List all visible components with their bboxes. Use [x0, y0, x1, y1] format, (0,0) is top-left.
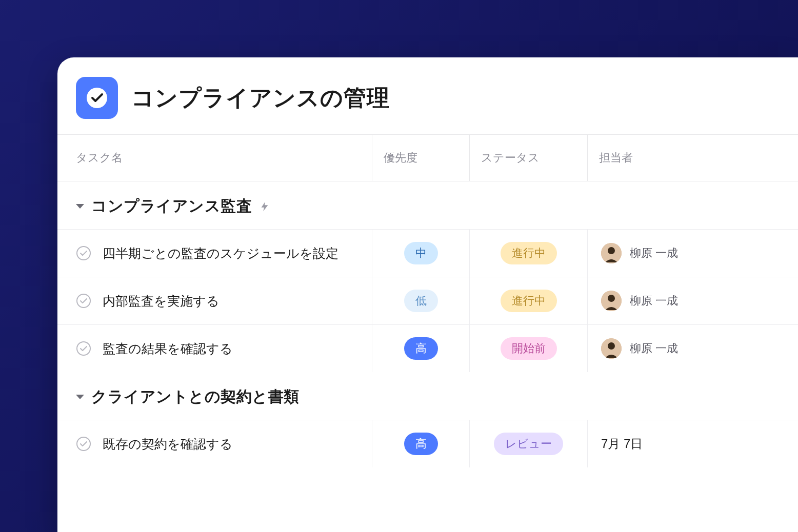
assignee-name: 柳原 一成 — [630, 293, 678, 309]
section-title: クライアントとの契約と書類 — [91, 386, 300, 407]
priority-cell[interactable]: 高 — [372, 325, 470, 372]
column-headers: タスク名 優先度 ステータス 担当者 — [57, 134, 798, 181]
column-assignee[interactable]: 担当者 — [588, 135, 798, 181]
assignee-cell[interactable]: 柳原 一成 — [588, 325, 798, 372]
section-header[interactable]: クライアントとの契約と書類 — [57, 372, 798, 420]
priority-pill: 高 — [404, 337, 438, 360]
assignee-name: 柳原 一成 — [630, 341, 678, 356]
assignee-name: 柳原 一成 — [630, 245, 678, 261]
check-circle-icon[interactable] — [76, 245, 91, 261]
status-pill: 開始前 — [501, 337, 557, 360]
priority-cell[interactable]: 低 — [372, 277, 470, 324]
status-cell[interactable]: 開始前 — [470, 325, 588, 372]
assignee-cell[interactable]: 7月 7日 — [588, 420, 798, 467]
check-circle-icon[interactable] — [76, 341, 91, 356]
task-row[interactable]: 内部監査を実施する 低 進行中 柳原 一成 — [57, 277, 798, 324]
svg-point-1 — [77, 247, 90, 260]
priority-cell[interactable]: 高 — [372, 420, 470, 467]
date-text: 7月 7日 — [601, 436, 643, 452]
task-row[interactable]: 監査の結果を確認する 高 開始前 柳原 一成 — [57, 324, 798, 372]
avatar — [601, 243, 622, 263]
task-cell: 既存の契約を確認する — [57, 420, 372, 467]
task-cell: 四半期ごとの監査のスケジュールを設定 — [57, 230, 372, 277]
task-row[interactable]: 既存の契約を確認する 高 レビュー 7月 7日 — [57, 420, 798, 467]
section-header[interactable]: コンプライアンス監査 — [57, 181, 798, 229]
assignee-cell[interactable]: 柳原 一成 — [588, 277, 798, 324]
check-circle-icon[interactable] — [76, 436, 91, 452]
svg-point-4 — [77, 294, 90, 308]
task-row[interactable]: 四半期ごとの監査のスケジュールを設定 中 進行中 柳原 一成 — [57, 229, 798, 277]
column-status[interactable]: ステータス — [470, 135, 588, 181]
task-cell: 内部監査を実施する — [57, 277, 372, 324]
caret-down-icon — [76, 204, 84, 209]
caret-down-icon — [76, 395, 84, 399]
lightning-bolt-icon — [259, 199, 270, 214]
task-name: 四半期ごとの監査のスケジュールを設定 — [103, 245, 338, 262]
priority-pill: 低 — [404, 290, 438, 312]
main-card: コンプライアンスの管理 タスク名 優先度 ステータス 担当者 コンプライアンス監… — [57, 57, 798, 532]
svg-point-7 — [77, 342, 90, 355]
page-title: コンプライアンスの管理 — [131, 83, 390, 113]
status-cell[interactable]: 進行中 — [470, 277, 588, 324]
status-pill: 進行中 — [501, 242, 557, 264]
svg-point-6 — [608, 295, 615, 302]
svg-point-10 — [77, 437, 90, 451]
checkmark-circle-icon — [85, 86, 109, 110]
app-icon — [76, 77, 118, 119]
section: クライアントとの契約と書類 既存の契約を確認する 高 レビュー 7月 7日 — [57, 372, 798, 467]
svg-point-0 — [87, 88, 107, 108]
task-name: 監査の結果を確認する — [103, 340, 233, 357]
status-pill: レビュー — [494, 433, 563, 455]
avatar — [601, 338, 622, 359]
status-cell[interactable]: レビュー — [470, 420, 588, 467]
task-name: 既存の契約を確認する — [103, 436, 233, 453]
column-priority[interactable]: 優先度 — [372, 135, 470, 181]
svg-point-9 — [608, 342, 615, 350]
section: コンプライアンス監査 四半期ごとの監査のスケジュールを設定 中 進行中 — [57, 181, 798, 372]
page-header: コンプライアンスの管理 — [57, 57, 798, 134]
svg-point-3 — [608, 247, 615, 254]
status-pill: 進行中 — [501, 290, 557, 312]
section-title: コンプライアンス監査 — [91, 196, 252, 217]
avatar — [601, 291, 622, 311]
check-circle-icon[interactable] — [76, 293, 91, 309]
assignee-cell[interactable]: 柳原 一成 — [588, 230, 798, 277]
task-name: 内部監査を実施する — [103, 293, 220, 310]
priority-pill: 中 — [404, 242, 438, 264]
status-cell[interactable]: 進行中 — [470, 230, 588, 277]
task-cell: 監査の結果を確認する — [57, 325, 372, 372]
priority-pill: 高 — [404, 433, 438, 455]
priority-cell[interactable]: 中 — [372, 230, 470, 277]
column-task[interactable]: タスク名 — [57, 135, 372, 181]
